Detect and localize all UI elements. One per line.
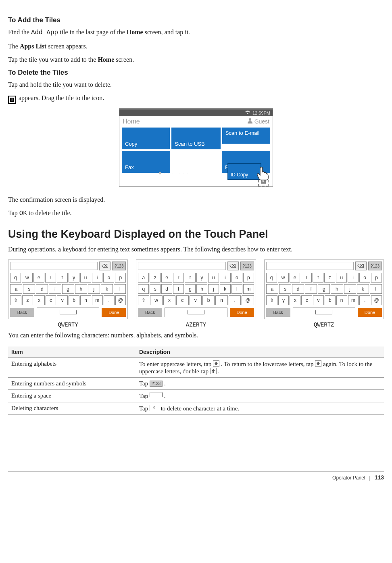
key-f[interactable]: f (173, 284, 184, 294)
text-input[interactable] (266, 262, 354, 270)
key-t[interactable]: t (57, 273, 68, 283)
key-e[interactable]: e (161, 273, 172, 283)
key-p[interactable]: p (371, 273, 382, 283)
key-m[interactable]: m (92, 295, 103, 305)
key-t[interactable]: t (185, 273, 196, 283)
key-b[interactable]: b (325, 295, 336, 305)
key-g[interactable]: g (185, 284, 196, 294)
key-.[interactable]: . (359, 295, 370, 305)
key-s[interactable]: s (23, 284, 35, 294)
key-r[interactable]: r (301, 273, 312, 283)
key-z[interactable]: z (150, 273, 161, 283)
key-i[interactable]: i (348, 273, 359, 283)
key-y[interactable]: y (69, 273, 79, 283)
key-@[interactable]: @ (115, 295, 126, 305)
backspace-key[interactable]: ⌫ (99, 262, 111, 270)
done-button[interactable]: Done (230, 308, 254, 317)
key-j[interactable]: j (344, 284, 356, 294)
key-g[interactable]: g (318, 284, 330, 294)
key-i[interactable]: i (92, 273, 103, 283)
key-b[interactable]: b (69, 295, 79, 305)
key-d[interactable]: d (36, 284, 48, 294)
key-h[interactable]: h (196, 284, 207, 294)
tile-scan-usb[interactable]: Scan to USB (171, 128, 220, 149)
key-u[interactable]: u (208, 273, 219, 283)
key-x[interactable]: x (163, 295, 175, 305)
key-v[interactable]: v (190, 295, 202, 305)
key-f[interactable]: f (305, 284, 317, 294)
key-m[interactable]: m (243, 284, 254, 294)
key-k[interactable]: k (220, 284, 231, 294)
key-d[interactable]: d (161, 284, 172, 294)
key-x[interactable]: x (290, 295, 300, 305)
text-input[interactable] (138, 262, 225, 270)
tile-fax[interactable]: Fax (122, 151, 170, 173)
key-v[interactable]: v (57, 295, 68, 305)
key-k[interactable]: k (357, 284, 369, 294)
key-z[interactable]: z (22, 295, 33, 305)
key-l[interactable]: l (231, 284, 242, 294)
key-l[interactable]: l (370, 284, 382, 294)
space-key[interactable] (37, 308, 99, 317)
back-button[interactable]: Back (266, 308, 290, 317)
key-c[interactable]: c (301, 295, 312, 305)
key-x[interactable]: x (34, 295, 45, 305)
backspace-key[interactable]: ⌫ (227, 262, 239, 270)
shift-key[interactable]: ⇧ (10, 295, 21, 305)
key-j[interactable]: j (88, 284, 100, 294)
key-o[interactable]: o (231, 273, 242, 283)
key-w[interactable]: w (278, 273, 289, 283)
key-q[interactable]: q (138, 284, 149, 294)
key-n[interactable]: n (80, 295, 91, 305)
numeric-toggle[interactable]: ?123 (368, 262, 382, 270)
key-@[interactable]: @ (242, 295, 254, 305)
key-r[interactable]: r (45, 273, 56, 283)
key-j[interactable]: j (208, 284, 219, 294)
key-n[interactable]: n (215, 295, 227, 305)
backspace-key[interactable]: ⌫ (355, 262, 367, 270)
key-y[interactable]: y (278, 295, 289, 305)
key-f[interactable]: f (49, 284, 61, 294)
tile-scan-email[interactable]: Scan to E-mail (222, 128, 270, 144)
key-i[interactable]: i (220, 273, 231, 283)
key-.[interactable]: . (104, 295, 115, 305)
key-n[interactable]: n (336, 295, 347, 305)
key-s[interactable]: s (150, 284, 161, 294)
key-q[interactable]: q (10, 273, 21, 283)
key-e[interactable]: e (33, 273, 44, 283)
key-c[interactable]: c (176, 295, 188, 305)
key-h[interactable]: h (331, 284, 343, 294)
done-button[interactable]: Done (102, 308, 126, 317)
key-u[interactable]: u (80, 273, 91, 283)
key-y[interactable]: y (196, 273, 207, 283)
key-k[interactable]: k (101, 284, 113, 294)
key-a[interactable]: a (138, 273, 149, 283)
key-c[interactable]: c (46, 295, 56, 305)
key-v[interactable]: v (313, 295, 324, 305)
back-button[interactable]: Back (138, 308, 162, 317)
done-button[interactable]: Done (358, 308, 382, 317)
key-p[interactable]: p (115, 273, 126, 283)
shift-key[interactable]: ⇧ (266, 295, 277, 305)
back-button[interactable]: Back (10, 308, 34, 317)
key-w[interactable]: w (22, 273, 33, 283)
key-h[interactable]: h (75, 284, 87, 294)
shift-key[interactable]: ⇧ (138, 295, 149, 305)
space-key[interactable] (165, 308, 227, 317)
key-u[interactable]: u (336, 273, 347, 283)
key-s[interactable]: s (279, 284, 291, 294)
key-a[interactable]: a (266, 284, 278, 294)
key-a[interactable]: a (10, 284, 22, 294)
numeric-toggle[interactable]: ?123 (240, 262, 254, 270)
space-key[interactable] (293, 308, 355, 317)
key-q[interactable]: q (266, 273, 277, 283)
key-.[interactable]: . (229, 295, 241, 305)
text-input[interactable] (10, 262, 98, 270)
key-r[interactable]: r (173, 273, 184, 283)
key-p[interactable]: p (243, 273, 254, 283)
key-o[interactable]: o (359, 273, 370, 283)
numeric-toggle[interactable]: ?123 (112, 262, 126, 270)
key-o[interactable]: o (103, 273, 114, 283)
key-z[interactable]: z (324, 273, 335, 283)
key-e[interactable]: e (290, 273, 300, 283)
